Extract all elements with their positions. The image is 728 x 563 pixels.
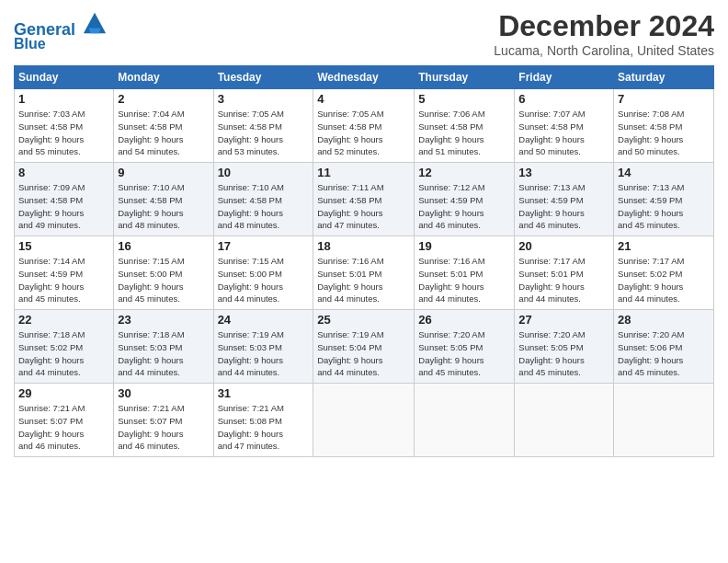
day-info: Sunrise: 7:20 AM Sunset: 5:06 PM Dayligh… [618,328,710,379]
col-header-thursday: Thursday [415,66,515,89]
day-info: Sunrise: 7:05 AM Sunset: 4:58 PM Dayligh… [317,108,410,158]
day-info: Sunrise: 7:17 AM Sunset: 5:02 PM Dayligh… [618,255,710,305]
week-row-4: 22Sunrise: 7:18 AM Sunset: 5:02 PM Dayli… [15,310,714,384]
day-number: 7 [618,92,710,106]
day-info: Sunrise: 7:18 AM Sunset: 5:03 PM Dayligh… [118,328,209,379]
calendar-cell: 31Sunrise: 7:21 AM Sunset: 5:08 PM Dayli… [213,384,313,457]
calendar-cell: 16Sunrise: 7:15 AM Sunset: 5:00 PM Dayli… [114,236,213,310]
location: Lucama, North Carolina, United States [494,43,714,58]
day-number: 1 [18,92,109,106]
day-info: Sunrise: 7:09 AM Sunset: 4:58 PM Dayligh… [18,181,109,232]
day-info: Sunrise: 7:13 AM Sunset: 4:59 PM Dayligh… [618,181,710,232]
calendar-cell: 11Sunrise: 7:11 AM Sunset: 4:58 PM Dayli… [313,163,415,236]
day-info: Sunrise: 7:13 AM Sunset: 4:59 PM Dayligh… [518,181,609,232]
day-number: 26 [418,313,510,327]
calendar-page: General Blue December 2024 Lucama, North… [0,0,728,563]
day-number: 23 [118,313,209,327]
day-info: Sunrise: 7:05 AM Sunset: 4:58 PM Dayligh… [218,108,310,158]
day-info: Sunrise: 7:11 AM Sunset: 4:58 PM Dayligh… [317,181,410,232]
calendar-cell: 21Sunrise: 7:17 AM Sunset: 5:02 PM Dayli… [614,236,714,310]
day-number: 24 [218,313,310,327]
calendar-cell: 29Sunrise: 7:21 AM Sunset: 5:07 PM Dayli… [15,384,114,457]
calendar-cell: 2Sunrise: 7:04 AM Sunset: 4:58 PM Daylig… [114,89,213,163]
col-header-monday: Monday [114,66,213,89]
calendar-cell: 12Sunrise: 7:12 AM Sunset: 4:59 PM Dayli… [415,163,515,236]
calendar-cell: 23Sunrise: 7:18 AM Sunset: 5:03 PM Dayli… [114,310,213,384]
day-info: Sunrise: 7:08 AM Sunset: 4:58 PM Dayligh… [618,108,710,158]
calendar-cell: 25Sunrise: 7:19 AM Sunset: 5:04 PM Dayli… [313,310,415,384]
calendar-cell: 24Sunrise: 7:19 AM Sunset: 5:03 PM Dayli… [213,310,313,384]
day-number: 15 [18,239,109,253]
calendar-cell: 7Sunrise: 7:08 AM Sunset: 4:58 PM Daylig… [614,89,714,163]
day-info: Sunrise: 7:17 AM Sunset: 5:01 PM Dayligh… [518,255,609,305]
calendar-cell: 3Sunrise: 7:05 AM Sunset: 4:58 PM Daylig… [213,89,313,163]
day-number: 12 [418,166,510,179]
day-info: Sunrise: 7:15 AM Sunset: 5:00 PM Dayligh… [218,255,310,305]
day-number: 28 [618,313,710,327]
day-info: Sunrise: 7:18 AM Sunset: 5:02 PM Dayligh… [18,328,109,379]
logo-icon [82,9,108,35]
day-info: Sunrise: 7:21 AM Sunset: 5:08 PM Dayligh… [218,402,310,453]
day-info: Sunrise: 7:04 AM Sunset: 4:58 PM Dayligh… [118,108,209,158]
calendar-cell: 6Sunrise: 7:07 AM Sunset: 4:58 PM Daylig… [515,89,614,163]
calendar-cell: 13Sunrise: 7:13 AM Sunset: 4:59 PM Dayli… [515,163,614,236]
week-row-2: 8Sunrise: 7:09 AM Sunset: 4:58 PM Daylig… [15,163,714,236]
calendar-cell: 9Sunrise: 7:10 AM Sunset: 4:58 PM Daylig… [114,163,213,236]
calendar-cell: 22Sunrise: 7:18 AM Sunset: 5:02 PM Dayli… [15,310,114,384]
day-number: 8 [18,166,109,179]
day-number: 30 [118,386,209,400]
calendar-cell: 15Sunrise: 7:14 AM Sunset: 4:59 PM Dayli… [15,236,114,310]
calendar-cell: 27Sunrise: 7:20 AM Sunset: 5:05 PM Dayli… [515,310,614,384]
day-number: 3 [218,92,310,106]
day-number: 5 [418,92,510,106]
week-row-1: 1Sunrise: 7:03 AM Sunset: 4:58 PM Daylig… [15,89,714,163]
day-number: 27 [518,313,609,327]
calendar-cell: 20Sunrise: 7:17 AM Sunset: 5:01 PM Dayli… [515,236,614,310]
calendar-cell [515,384,614,457]
day-info: Sunrise: 7:10 AM Sunset: 4:58 PM Dayligh… [218,181,310,232]
calendar-cell [313,384,415,457]
day-info: Sunrise: 7:14 AM Sunset: 4:59 PM Dayligh… [18,255,109,305]
logo-text: General [14,9,108,40]
day-number: 13 [518,166,609,179]
day-number: 9 [118,166,209,179]
col-header-sunday: Sunday [15,66,114,89]
day-number: 21 [618,239,710,253]
week-row-5: 29Sunrise: 7:21 AM Sunset: 5:07 PM Dayli… [15,384,714,457]
day-info: Sunrise: 7:16 AM Sunset: 5:01 PM Dayligh… [317,255,410,305]
day-info: Sunrise: 7:19 AM Sunset: 5:04 PM Dayligh… [317,328,410,379]
day-number: 10 [218,166,310,179]
day-info: Sunrise: 7:06 AM Sunset: 4:58 PM Dayligh… [418,108,510,158]
day-info: Sunrise: 7:15 AM Sunset: 5:00 PM Dayligh… [118,255,209,305]
svg-marker-1 [89,29,101,34]
calendar-cell: 30Sunrise: 7:21 AM Sunset: 5:07 PM Dayli… [114,384,213,457]
calendar-cell: 19Sunrise: 7:16 AM Sunset: 5:01 PM Dayli… [415,236,515,310]
day-number: 4 [317,92,410,106]
calendar-cell: 8Sunrise: 7:09 AM Sunset: 4:58 PM Daylig… [15,163,114,236]
day-number: 29 [18,386,109,400]
day-number: 2 [118,92,209,106]
day-number: 14 [618,166,710,179]
calendar-cell [614,384,714,457]
col-header-saturday: Saturday [614,66,714,89]
logo: General Blue [14,9,108,52]
day-number: 25 [317,313,410,327]
day-number: 19 [418,239,510,253]
day-info: Sunrise: 7:21 AM Sunset: 5:07 PM Dayligh… [18,402,109,453]
calendar-cell: 10Sunrise: 7:10 AM Sunset: 4:58 PM Dayli… [213,163,313,236]
day-info: Sunrise: 7:21 AM Sunset: 5:07 PM Dayligh… [118,402,209,453]
day-number: 11 [317,166,410,179]
calendar-table: SundayMondayTuesdayWednesdayThursdayFrid… [14,65,714,457]
calendar-cell: 17Sunrise: 7:15 AM Sunset: 5:00 PM Dayli… [213,236,313,310]
day-number: 6 [518,92,609,106]
day-number: 20 [518,239,609,253]
day-info: Sunrise: 7:20 AM Sunset: 5:05 PM Dayligh… [418,328,510,379]
header: General Blue December 2024 Lucama, North… [14,9,714,58]
day-info: Sunrise: 7:20 AM Sunset: 5:05 PM Dayligh… [518,328,609,379]
calendar-cell: 28Sunrise: 7:20 AM Sunset: 5:06 PM Dayli… [614,310,714,384]
day-number: 17 [218,239,310,253]
header-row: SundayMondayTuesdayWednesdayThursdayFrid… [15,66,714,89]
day-info: Sunrise: 7:03 AM Sunset: 4:58 PM Dayligh… [18,108,109,158]
calendar-cell: 14Sunrise: 7:13 AM Sunset: 4:59 PM Dayli… [614,163,714,236]
calendar-cell [415,384,515,457]
